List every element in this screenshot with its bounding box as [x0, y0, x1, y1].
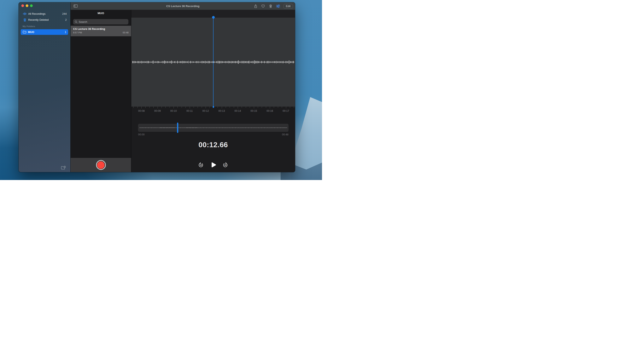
- ruler-time-label: 00:09: [154, 109, 161, 112]
- sidebar-folder-muo[interactable]: MUO 1: [21, 29, 68, 35]
- main-area: CS Lecture 36 Recording: [70, 2, 295, 172]
- ruler-tick: [274, 107, 274, 108]
- ruler-tick: [154, 107, 154, 108]
- sidebar-item-all-recordings[interactable]: All Recordings 244: [19, 11, 70, 17]
- desktop-wallpaper: All Recordings 244 Recently Deleted 2: [0, 0, 322, 180]
- minimize-button[interactable]: [26, 4, 28, 7]
- ruler-tick: [222, 107, 222, 108]
- ruler-tick: [166, 107, 166, 108]
- playhead-handle[interactable]: [212, 16, 215, 19]
- close-button[interactable]: [21, 4, 24, 7]
- folder-icon: [22, 31, 26, 33]
- my-folders-section-label: My Folders: [22, 25, 35, 28]
- ruler-time-label: 00:12: [202, 109, 209, 112]
- ruler-tick: [138, 107, 138, 108]
- toolbar-actions: Edit: [254, 2, 293, 10]
- traffic-lights: [21, 4, 33, 7]
- ruler-time-label: 00:08: [138, 109, 144, 112]
- ruler-tick: [250, 107, 250, 108]
- skip-back-15-button[interactable]: 15: [198, 162, 204, 167]
- content: MUO CS Lecture 36 Recording 8:57 PM 00:4…: [70, 10, 295, 172]
- sidebar-item-recently-deleted[interactable]: Recently Deleted 2: [19, 17, 70, 23]
- ruler-tick: [254, 107, 254, 108]
- ruler-tick: [238, 107, 238, 108]
- playhead-tail: [213, 106, 214, 108]
- scrubber-position-handle[interactable]: [177, 123, 178, 133]
- recording-title: CS Lecture 36 Recording: [73, 27, 128, 31]
- ruler-tick: [190, 107, 190, 108]
- record-dot-icon: [97, 161, 104, 169]
- skip-forward-15-label: 15: [224, 164, 226, 166]
- overview-scrubber[interactable]: [138, 124, 288, 132]
- ruler-tick: [294, 107, 294, 108]
- search-icon: [75, 21, 78, 23]
- folder-label: MUO: [28, 31, 65, 34]
- ruler-tick: [158, 107, 158, 108]
- folder-title: MUO: [70, 12, 131, 15]
- toolbar: CS Lecture 36 Recording: [70, 2, 295, 10]
- ruler-time-label: 00:16: [266, 109, 273, 112]
- recording-list-item[interactable]: CS Lecture 36 Recording 8:57 PM 00:48: [70, 26, 131, 36]
- sidebar-toggle-button[interactable]: [74, 4, 78, 8]
- ruler-tick: [142, 107, 142, 108]
- skip-forward-15-button[interactable]: 15: [222, 162, 228, 167]
- ruler-time-label: 00:15: [250, 109, 257, 112]
- search-input[interactable]: [79, 20, 127, 24]
- ruler-tick: [286, 107, 286, 108]
- ruler-time-label: 00:10: [170, 109, 177, 112]
- edit-button[interactable]: Edit: [284, 4, 293, 9]
- new-folder-button[interactable]: [61, 166, 66, 170]
- ruler-tick: [202, 107, 202, 108]
- ruler-tick: [133, 107, 134, 108]
- ruler-tick: [174, 107, 174, 108]
- recording-time: 8:57 PM: [73, 31, 82, 34]
- overview-waveform: [140, 127, 287, 128]
- ruler-tick: [150, 107, 150, 108]
- ruler-time-label: 00:17: [283, 109, 289, 112]
- trash-icon: [23, 18, 27, 22]
- playhead-line[interactable]: [213, 17, 214, 107]
- ruler-tick: [270, 107, 270, 108]
- share-button[interactable]: [254, 4, 258, 9]
- ruler-time-label: 00:13: [218, 109, 225, 112]
- ruler-tick: [262, 107, 262, 108]
- record-bar: [70, 158, 131, 172]
- ruler-tick: [206, 107, 206, 108]
- ruler-tick: [182, 107, 182, 108]
- scrubber-start-time: 00:00: [138, 133, 144, 136]
- audio-waveform: [132, 60, 295, 64]
- delete-button[interactable]: [268, 4, 273, 9]
- ruler-tick: [258, 107, 258, 108]
- sidebar: All Recordings 244 Recently Deleted 2: [19, 2, 70, 172]
- ruler-tick: [246, 107, 246, 108]
- current-time-display: 00:12.66: [131, 141, 295, 149]
- skip-back-15-label: 15: [200, 164, 202, 166]
- favorite-button[interactable]: [261, 4, 265, 9]
- sidebar-item-count: 244: [62, 12, 67, 15]
- ruler-time-label: 00:11: [186, 109, 192, 112]
- voice-memos-window: All Recordings 244 Recently Deleted 2: [19, 2, 295, 172]
- sidebar-item-label: Recently Deleted: [28, 18, 65, 21]
- player-panel: 00:0800:0900:1000:1100:1200:1300:1400:15…: [131, 10, 295, 172]
- ruler-time-label: 00:14: [234, 109, 241, 112]
- ruler-tick: [162, 107, 162, 108]
- ruler-tick: [170, 107, 170, 108]
- playback-settings-button[interactable]: [276, 4, 280, 9]
- ruler-tick: [234, 107, 234, 108]
- sidebar-item-label: All Recordings: [28, 12, 62, 15]
- time-ruler: 00:0800:0900:1000:1100:1200:1300:1400:15…: [131, 107, 295, 116]
- folder-count: 1: [65, 31, 66, 34]
- recording-duration: 00:48: [122, 31, 128, 34]
- mountain-background: [291, 97, 322, 180]
- zoom-button[interactable]: [30, 4, 33, 7]
- search-field[interactable]: [73, 19, 128, 25]
- ruler-tick: [145, 107, 146, 108]
- ruler-tick: [282, 107, 282, 108]
- play-button[interactable]: [210, 161, 217, 168]
- recordings-column: MUO CS Lecture 36 Recording 8:57 PM 00:4…: [70, 10, 131, 172]
- ruler-tick: [186, 107, 186, 108]
- ruler-tick: [210, 107, 210, 108]
- ruler-tick: [198, 107, 198, 108]
- waveform-icon: [23, 12, 27, 15]
- record-button[interactable]: [96, 160, 106, 170]
